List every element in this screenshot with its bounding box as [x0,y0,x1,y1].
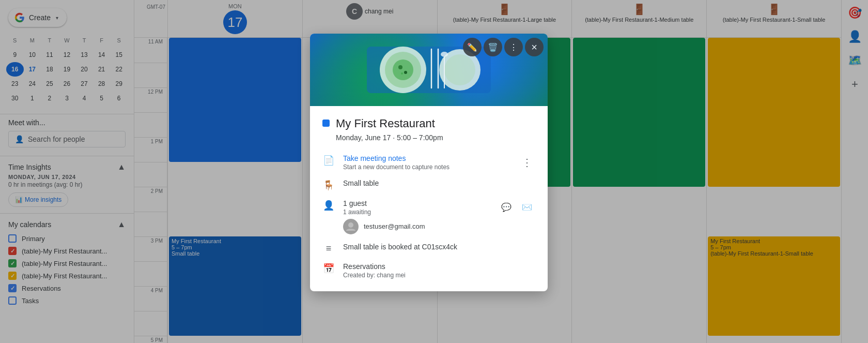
popup-notes-booking: Small table is booked at C01scx4ck [343,243,535,251]
close-popup-button[interactable]: × [525,38,544,56]
popup-guests-row: 👤 1 guest 1 awaiting testuser@gmail.com … [322,195,535,238]
popup-location-label: Small table [343,179,535,187]
notes-lines-icon: ≡ [322,243,335,254]
svg-point-13 [348,222,353,228]
svg-point-12 [401,72,403,74]
popup-notes-content: Take meeting notes Start a new document … [343,154,510,171]
delete-event-button[interactable]: 🗑️ [484,38,502,56]
calendar-sub: Created by: chang mei [343,272,535,279]
svg-point-5 [444,54,475,85]
guest-avatar [343,219,359,234]
guests-count: 1 guest [343,199,490,207]
popup-notes-row: ≡ Small table is booked at C01scx4ck [322,238,535,258]
popup-location-row: 🪑 Small table [322,175,535,195]
popup-calendar-row: 📅 Reservations Created by: chang mei [322,258,535,283]
edit-event-button[interactable]: ✏️ [463,38,482,56]
meeting-notes-link[interactable]: Take meeting notes [343,154,510,162]
popup-guests-content: 1 guest 1 awaiting testuser@gmail.com [343,199,490,234]
popup-header-image: ✏️ 🗑️ ⋮ × [310,34,548,106]
popup-datetime: Monday, June 17 · 5:00 – 7:00pm [336,133,535,142]
event-color-dot [322,120,330,127]
event-detail-popup: ✏️ 🗑️ ⋮ × My First Restaurant Monday, Ju… [310,34,548,291]
guest-actions: 💬 ✉️ [498,199,535,216]
svg-point-3 [393,59,413,80]
notes-more-button[interactable]: ⋮ [519,154,535,171]
guests-icon: 👤 [322,200,335,211]
popup-meeting-notes-row: 📄 Take meeting notes Start a new documen… [322,150,535,175]
guest-avatar-icon [346,221,356,232]
guests-awaiting: 1 awaiting [343,208,490,216]
guest-chat-button[interactable]: 💬 [498,199,515,216]
popup-body: My First Restaurant Monday, June 17 · 5:… [310,106,548,291]
popup-calendar-content: Reservations Created by: chang mei [343,262,535,279]
calendar-label: Reservations [343,262,535,271]
guest-email-button[interactable]: ✉️ [519,199,535,216]
guest-row: testuser@gmail.com [343,219,490,234]
booking-notes: Small table is booked at C01scx4ck [343,243,535,251]
popup-location-content: Small table [343,179,535,187]
svg-point-10 [398,65,402,69]
guest-email: testuser@gmail.com [364,222,425,230]
svg-point-8 [441,52,448,57]
calendar-icon: 📅 [322,263,335,274]
svg-point-11 [404,71,407,74]
popup-title-row: My First Restaurant [322,116,535,131]
table-location-icon: 🪑 [322,180,335,191]
meeting-notes-sub: Start a new document to capture notes [343,163,510,171]
popup-event-title: My First Restaurant [336,116,435,131]
notes-doc-icon: 📄 [322,155,335,166]
more-options-button[interactable]: ⋮ [504,38,523,56]
popup-toolbar: ✏️ 🗑️ ⋮ × [463,38,544,56]
